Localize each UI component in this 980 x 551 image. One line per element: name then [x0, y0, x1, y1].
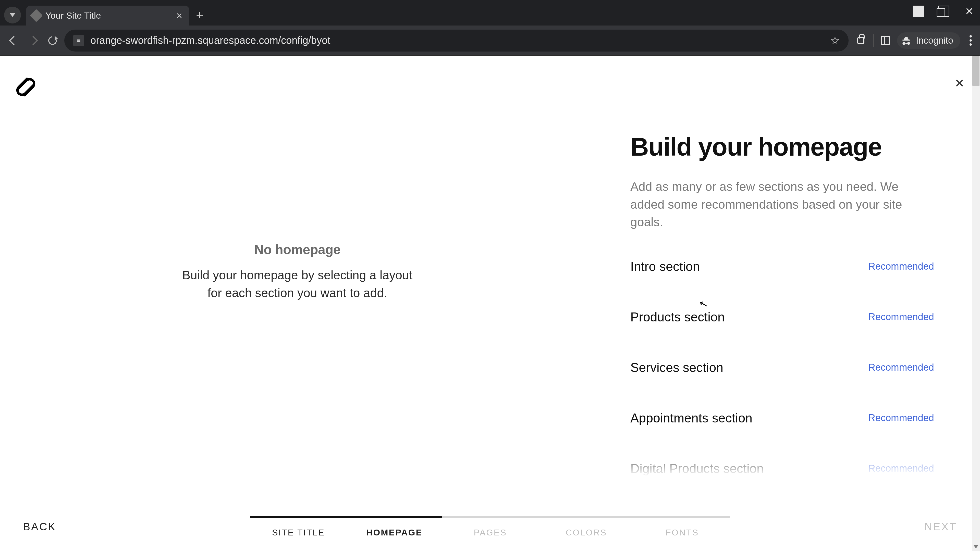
section-row[interactable]: Services sectionRecommended — [630, 360, 934, 375]
recommended-badge: Recommended — [868, 362, 934, 373]
tab-favicon — [30, 9, 43, 22]
back-button[interactable]: BACK — [23, 521, 56, 533]
page: × No homepage Build your homepage by sel… — [0, 56, 980, 551]
bookmark-button[interactable]: ☆ — [830, 34, 840, 47]
squarespace-logo[interactable] — [12, 73, 40, 102]
step-fonts: FONTS — [634, 516, 730, 537]
arrow-right-icon — [29, 36, 38, 45]
section-row[interactable]: Appointments sectionRecommended — [630, 411, 934, 426]
address-bar[interactable]: ≡ orange-swordfish-rpzm.squarespace.com/… — [64, 30, 849, 52]
incognito-icon — [900, 35, 912, 46]
toolbar-divider — [873, 34, 873, 47]
recommended-badge: Recommended — [868, 311, 934, 322]
arrow-left-icon — [9, 36, 19, 45]
section-name: Appointments section — [630, 411, 752, 426]
browser-toolbar: ≡ orange-swordfish-rpzm.squarespace.com/… — [0, 25, 980, 56]
incognito-label: Incognito — [916, 35, 953, 46]
step-site-title[interactable]: SITE TITLE — [250, 516, 346, 537]
section-name: Services section — [630, 360, 723, 375]
preview-panel: No homepage Build your homepage by selec… — [0, 56, 595, 551]
new-tab-button[interactable]: + — [196, 9, 204, 21]
browser-menu-button[interactable] — [967, 33, 974, 48]
browser-chrome: Your Site Title × + ✕ ≡ orange-swordfish… — [0, 0, 980, 56]
next-button: NEXT — [924, 521, 957, 533]
maximize-icon — [938, 6, 950, 17]
window-close-button[interactable]: ✕ — [964, 6, 975, 17]
reload-icon — [46, 35, 59, 46]
toolbar-right: Incognito — [856, 32, 974, 49]
nav-forward-button[interactable] — [25, 33, 41, 48]
no-homepage-description: Build your homepage by selecting a layou… — [176, 266, 418, 302]
section-list[interactable]: Intro sectionRecommendedProducts section… — [630, 259, 934, 476]
recommended-badge: Recommended — [868, 463, 934, 474]
no-homepage-title: No homepage — [254, 242, 340, 257]
window-minimize-button[interactable] — [913, 6, 924, 17]
squarespace-logo-icon — [12, 73, 40, 101]
browser-tab[interactable]: Your Site Title × — [26, 6, 189, 25]
step-homepage[interactable]: HOMEPAGE — [346, 516, 442, 537]
chevron-down-icon — [10, 13, 15, 17]
extensions-button[interactable] — [856, 35, 866, 46]
section-name: Intro section — [630, 259, 700, 274]
window-maximize-button[interactable] — [938, 6, 950, 17]
section-row[interactable]: Products sectionRecommended — [630, 310, 934, 324]
content: No homepage Build your homepage by selec… — [0, 56, 980, 551]
side-panel-button[interactable] — [881, 36, 890, 45]
recommended-badge: Recommended — [868, 413, 934, 424]
section-name: Products section — [630, 310, 725, 324]
step-indicator: SITE TITLEHOMEPAGEPAGESCOLORSFONTS — [250, 516, 730, 537]
step-pages: PAGES — [442, 516, 538, 537]
build-heading: Build your homepage — [630, 132, 934, 162]
incognito-indicator[interactable]: Incognito — [897, 32, 960, 49]
build-panel: Build your homepage Add as many or as fe… — [595, 56, 980, 551]
footer: BACK SITE TITLEHOMEPAGEPAGESCOLORSFONTS … — [0, 503, 980, 551]
section-row[interactable]: Digital Products sectionRecommended — [630, 461, 934, 476]
tab-title: Your Site Title — [45, 11, 101, 21]
address-bar-url: orange-swordfish-rpzm.squarespace.com/co… — [90, 35, 824, 46]
window-controls: ✕ — [913, 6, 975, 17]
step-colors: COLORS — [538, 516, 634, 537]
site-info-button[interactable]: ≡ — [73, 35, 84, 46]
search-tabs-button[interactable] — [4, 6, 21, 24]
minimize-icon — [913, 6, 924, 17]
tab-strip: Your Site Title × + ✕ — [0, 0, 980, 25]
build-subheading: Add as many or as few sections as you ne… — [630, 178, 919, 231]
tab-close-button[interactable]: × — [177, 11, 182, 21]
section-name: Digital Products section — [630, 461, 764, 476]
nav-reload-button[interactable] — [45, 33, 60, 48]
nav-back-button[interactable] — [6, 33, 21, 48]
recommended-badge: Recommended — [868, 261, 934, 272]
section-row[interactable]: Intro sectionRecommended — [630, 259, 934, 274]
